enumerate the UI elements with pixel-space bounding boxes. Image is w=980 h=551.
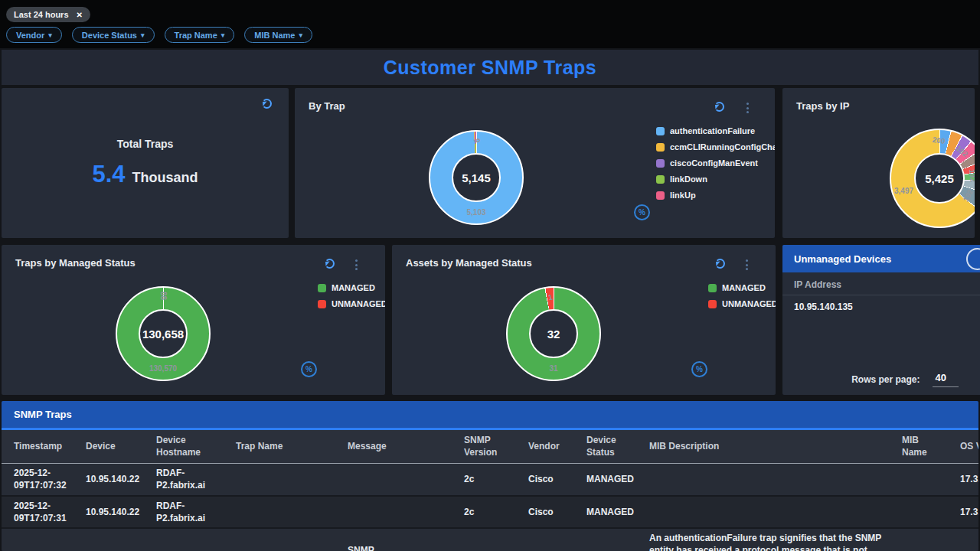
cell-trap-name (228, 497, 340, 527)
column-header: Device Hostname (149, 430, 228, 463)
refresh-icon[interactable] (715, 259, 725, 269)
column-header: SNMP Version (456, 430, 521, 463)
by-trap-donut[interactable]: 5,145 5,103 9 (429, 130, 524, 225)
column-header: Message (340, 430, 456, 463)
column-header: MIB Name (894, 430, 952, 463)
time-range-chip[interactable]: Last 24 hours ✕ (6, 7, 90, 22)
slice-label: 192 (962, 188, 975, 204)
column-header: Timestamp (2, 430, 78, 463)
cell-mib-name (894, 464, 952, 494)
total-traps-label: Total Traps (117, 138, 174, 150)
close-icon[interactable]: ✕ (77, 11, 83, 19)
panel-total-traps: Total Traps 5.4Thousand (2, 88, 289, 238)
table-row[interactable]: 2025-12-09T17:07:3210.95.140.22RDAF-P2.f… (2, 464, 978, 496)
cell-trap-name (228, 464, 340, 494)
legend-chip (656, 143, 665, 152)
top-bar: Last 24 hours ✕ Vendor ▾ Device Status ▾… (0, 0, 980, 48)
column-header: OS Version (952, 430, 978, 463)
cell-device-status: MANAGED (579, 464, 642, 494)
panel-title: Unmanaged Devices (794, 253, 891, 265)
panel-assets-by-managed-status: Assets by Managed Status 32 31 1 MANAGED… (392, 245, 776, 395)
slice-label: 1 (547, 293, 554, 302)
cell-timestamp: 2025-12-09T17:07:32 (2, 464, 78, 494)
legend-item[interactable]: UNMANAGED (318, 299, 385, 308)
cell-device-status: MANAGED (579, 497, 642, 527)
cell-os-version: 17.3.8 (952, 529, 978, 551)
cell-mib-description (642, 464, 894, 494)
legend-chip (708, 284, 717, 292)
percent-toggle-button[interactable]: % (634, 204, 650, 220)
legend-item[interactable]: linkDown (656, 174, 775, 184)
total-traps-stat: Total Traps 5.4Thousand (2, 88, 289, 238)
traps-managed-donut[interactable]: 130,658 130,570 88 (116, 286, 211, 381)
legend-chip (656, 191, 665, 200)
refresh-icon[interactable] (714, 102, 724, 112)
cell-snmp-version: 2c (456, 464, 521, 494)
cell-snmp-version: 2c (456, 529, 521, 551)
kebab-menu-icon[interactable] (354, 258, 359, 272)
cell-message (340, 497, 456, 527)
traps-by-ip-donut[interactable]: 5,425 3,497 200 192 192 192 (890, 129, 975, 228)
kebab-menu-icon[interactable] (745, 101, 750, 115)
column-header: Trap Name (228, 430, 340, 463)
assets-managed-donut[interactable]: 32 31 1 (506, 286, 601, 381)
cell-hostname: RDAF-PE2.fabrix.ai (149, 529, 228, 551)
column-header: Vendor (521, 430, 579, 463)
table-row[interactable]: 2025-12-09T16:44:5510.95.140.105RDAF-PE2… (2, 529, 978, 551)
panel-by-trap: By Trap 5,145 5,103 9 authenticationFail… (295, 88, 775, 238)
kebab-menu-icon[interactable] (744, 258, 750, 272)
cell-mib-name (894, 497, 952, 527)
refresh-icon[interactable] (325, 259, 335, 269)
cell-snmp-version: 2c (456, 497, 521, 527)
panel-title: By Trap (309, 100, 345, 112)
donut-center-value: 32 (547, 328, 560, 341)
panel-traps-by-ip: Traps by IP 5,425 3,497 200 192 192 192 (782, 88, 975, 238)
filter-vendor[interactable]: Vendor ▾ (6, 27, 62, 43)
column-header: MIB Description (642, 430, 894, 463)
dashboard: Last 24 hours ✕ Vendor ▾ Device Status ▾… (0, 0, 980, 551)
slice-label: 88 (159, 292, 168, 300)
panel-snmp-traps: SNMP Traps TimestampDeviceDevice Hostnam… (2, 401, 978, 551)
cell-mib-description: An authenticationFailure trap signifies … (642, 529, 894, 551)
refresh-icon[interactable] (966, 248, 980, 270)
filter-trap-name-label: Trap Name (175, 31, 217, 40)
cell-vendor: Cisco (521, 464, 579, 494)
managed-status-legend: MANAGED UNMANAGED (708, 283, 776, 308)
donut-center-value: 5,425 (925, 172, 954, 185)
legend-item[interactable]: MANAGED (708, 283, 776, 292)
filter-trap-name[interactable]: Trap Name ▾ (165, 27, 235, 43)
cell-device-status: MANAGED (579, 529, 642, 551)
snmp-traps-rows: 2025-12-09T17:07:3210.95.140.22RDAF-P2.f… (2, 464, 978, 551)
slice-label: 3,497 (894, 187, 913, 195)
legend-item[interactable]: MANAGED (318, 283, 385, 292)
legend-item[interactable]: ccmCLIRunningConfigChanged (656, 142, 775, 152)
panel-title: Traps by Managed Status (15, 257, 136, 269)
cell-device: 10.95.140.22 (78, 497, 149, 527)
cell-message (340, 464, 456, 494)
legend-item[interactable]: UNMANAGED (708, 299, 776, 308)
percent-toggle-button[interactable]: % (301, 361, 317, 377)
page-title-strip: Customer SNMP Traps (2, 50, 978, 85)
panel-title: Assets by Managed Status (406, 257, 532, 269)
percent-toggle-button[interactable]: % (691, 361, 707, 377)
legend-item[interactable]: linkUp (656, 191, 775, 200)
filter-device-status[interactable]: Device Status ▾ (72, 27, 155, 43)
legend-item[interactable]: ciscoConfigManEvent (656, 158, 775, 168)
total-traps-value: 5.4 (92, 161, 125, 187)
panel-title: SNMP Traps (14, 409, 72, 420)
cell-mib-description (642, 497, 894, 527)
list-item[interactable]: 10.95.140.135 (782, 297, 980, 317)
snmp-traps-header-row: TimestampDeviceDevice HostnameTrap NameM… (2, 430, 978, 464)
rows-per-page-select[interactable]: 40 (933, 372, 959, 387)
slice-label: 5,103 (466, 208, 485, 217)
cell-mib-name: SNMPv2-MIB (894, 529, 952, 551)
slice-label: 192 (968, 169, 975, 183)
filter-mib-name[interactable]: MIB Name ▾ (244, 27, 312, 43)
chevron-down-icon: ▾ (48, 31, 52, 39)
legend-item[interactable]: authenticationFailure (656, 126, 775, 135)
filter-bar: Vendor ▾ Device Status ▾ Trap Name ▾ MIB… (6, 27, 312, 43)
filter-device-status-label: Device Status (82, 31, 137, 40)
column-header: Device (78, 430, 149, 463)
table-row[interactable]: 2025-12-09T17:07:3110.95.140.22RDAF-P2.f… (2, 497, 978, 529)
slice-label: 9 (472, 139, 481, 143)
